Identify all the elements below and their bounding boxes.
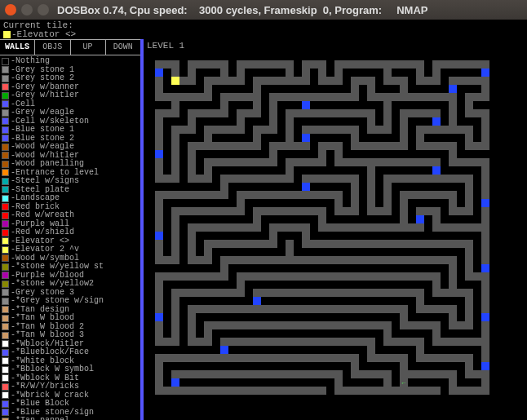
wall-item[interactable]: -Wood panelling: [2, 160, 139, 169]
wall-swatch: [2, 186, 9, 193]
wall-swatch: [2, 92, 9, 99]
wall-label: -Grey stone 3: [11, 289, 74, 297]
minimize-icon[interactable]: [21, 4, 33, 15]
wall-label: -*Tan design: [11, 306, 69, 314]
wall-label: -*White block: [11, 357, 74, 365]
wall-swatch: [2, 254, 9, 262]
wall-swatch: [2, 100, 9, 108]
wall-item[interactable]: -*Tan pannel: [2, 417, 139, 420]
wall-label: -Grey w/banner: [11, 83, 79, 91]
tab-objs[interactable]: OBJS: [35, 40, 70, 55]
wall-item[interactable]: -*Grey stone w/sign: [2, 297, 139, 306]
wall-label: -Entrance to level: [11, 169, 99, 177]
wall-label: -Elevator <>: [11, 237, 69, 245]
wall-label: -*Tan pannel: [11, 417, 69, 420]
tab-up[interactable]: UP: [71, 40, 106, 55]
close-icon[interactable]: [5, 4, 16, 15]
wall-label: -Wood w/symbol: [11, 254, 79, 263]
wall-swatch: [2, 323, 9, 330]
wall-swatch: [2, 289, 9, 296]
wall-swatch: [2, 340, 9, 347]
wall-swatch: [2, 332, 9, 339]
wall-item[interactable]: -*Bblock W symbol: [2, 365, 139, 374]
wall-item[interactable]: -Blue stone 1: [2, 126, 139, 135]
wall-item[interactable]: -Elevator 2 ^v: [2, 245, 139, 254]
tab-walls[interactable]: WALLS: [0, 40, 35, 55]
wall-label: -Elevator 2 ^v: [11, 245, 79, 254]
wall-label: -*Tan W blood 2: [11, 323, 84, 331]
wall-item[interactable]: -*stone w/yellow2: [2, 280, 139, 289]
wall-item[interactable]: -Steel w/signs: [2, 177, 139, 186]
wall-label: -Steel plate: [11, 186, 69, 194]
wall-item[interactable]: -*Tan W blood 3: [2, 331, 139, 340]
wall-label: -Grey w/hitler: [11, 91, 79, 99]
wall-swatch: [2, 246, 9, 254]
wall-swatch: [2, 220, 9, 228]
maximize-icon[interactable]: [38, 4, 49, 15]
wall-swatch: [2, 83, 9, 91]
wall-item[interactable]: -Red w/shield: [2, 228, 139, 237]
wall-label: -Wood w/hitler: [11, 152, 79, 160]
wall-item[interactable]: -*stone w/yellow st: [2, 263, 139, 272]
wall-item[interactable]: -Landscape: [2, 194, 139, 203]
wall-item[interactable]: -Grey stone 2: [2, 74, 139, 83]
wall-swatch: [2, 306, 9, 313]
wall-label: -*Bblock W symbol: [11, 365, 94, 374]
wall-swatch: [2, 75, 9, 82]
wall-swatch: [2, 178, 9, 185]
current-tile-name: -Elevator <>: [11, 29, 76, 39]
wall-swatch: [2, 391, 9, 399]
wall-label: -Red brick: [11, 203, 60, 211]
wall-label: -Landscape: [11, 194, 60, 202]
wall-label: -Red w/shield: [11, 228, 74, 237]
wall-label: -*Blue stone/sign: [11, 409, 94, 417]
wall-swatch: [2, 144, 9, 151]
wall-swatch: [2, 109, 9, 117]
wall-swatch: [2, 383, 9, 391]
wall-swatch: [2, 357, 9, 365]
wall-label: -Nothing: [11, 57, 50, 65]
wall-swatch: [2, 195, 9, 202]
wall-item[interactable]: -Wood w/eagle: [2, 143, 139, 152]
wall-label: -*Tan W blood 3: [11, 331, 84, 339]
wall-label: -*stone w/yellow st: [11, 263, 104, 271]
wall-label: -Cell w/skeleton: [11, 117, 89, 126]
wall-item[interactable]: -*R/W/Y/bricks: [2, 382, 139, 391]
wall-item[interactable]: -Red w/wreath: [2, 211, 139, 220]
wall-label: -*Wblock/Hitler: [11, 340, 84, 348]
tab-down[interactable]: DOWN: [106, 40, 140, 55]
wall-swatch: [2, 237, 9, 245]
wall-label: -Wood panelling: [11, 160, 84, 168]
wall-label: -Grey stone 1: [11, 66, 74, 74]
wall-swatch: [2, 366, 9, 374]
app-content: Current tile: -Elevator <> WALLSOBJSUPDO…: [0, 20, 527, 420]
window-title: DOSBox 0.74, Cpu speed: 3000 cycles, Fra…: [57, 4, 427, 16]
wall-swatch: [2, 203, 9, 210]
wall-label: -*Wbrick W crack: [11, 391, 89, 400]
wall-item[interactable]: -Nothing: [2, 57, 139, 66]
wall-label: -*Blue Block: [11, 400, 69, 408]
wall-label: -Red w/wreath: [11, 211, 74, 219]
wall-item[interactable]: -*Blueblock/Face: [2, 348, 139, 357]
wall-swatch: [2, 126, 9, 134]
wall-swatch: [2, 315, 9, 322]
wall-swatch: [2, 66, 9, 73]
wall-label: -*Grey stone w/sign: [11, 297, 104, 305]
wall-label: -Blue stone 2: [11, 135, 74, 143]
titlebar[interactable]: DOSBox 0.74, Cpu speed: 3000 cycles, Fra…: [0, 0, 527, 20]
wall-label: -Wood w/eagle: [11, 143, 74, 151]
wall-list[interactable]: -Nothing-Grey stone 1-Grey stone 2-Grey …: [0, 55, 140, 420]
wall-item[interactable]: -*Tan W blood: [2, 314, 139, 323]
wall-item[interactable]: -*Blue Block: [2, 400, 139, 409]
wall-item[interactable]: -Grey w/eagle: [2, 108, 139, 117]
level-map[interactable]: ←: [147, 52, 498, 403]
wall-swatch: [2, 298, 9, 305]
sidebar: WALLSOBJSUPDOWN -Nothing-Grey stone 1-Gr…: [0, 39, 144, 420]
wall-item[interactable]: -Grey w/hitler: [2, 91, 139, 100]
wall-label: -Grey w/eagle: [11, 108, 74, 117]
wall-swatch: [2, 374, 9, 382]
wall-label: -Blue stone 1: [11, 126, 74, 134]
wall-label: -*Tan W blood: [11, 314, 74, 322]
wall-swatch: [2, 135, 9, 142]
wall-swatch: [2, 169, 9, 176]
